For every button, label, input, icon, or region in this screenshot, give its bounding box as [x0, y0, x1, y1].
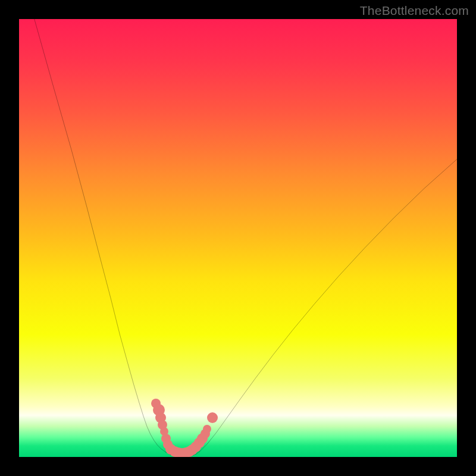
marker-layer [19, 19, 457, 457]
bottleneck-marker [207, 412, 218, 423]
watermark-text: TheBottleneck.com [360, 4, 469, 18]
bottleneck-marker [203, 425, 211, 433]
plot-area [19, 19, 457, 457]
chart-stage: TheBottleneck.com [0, 0, 476, 476]
